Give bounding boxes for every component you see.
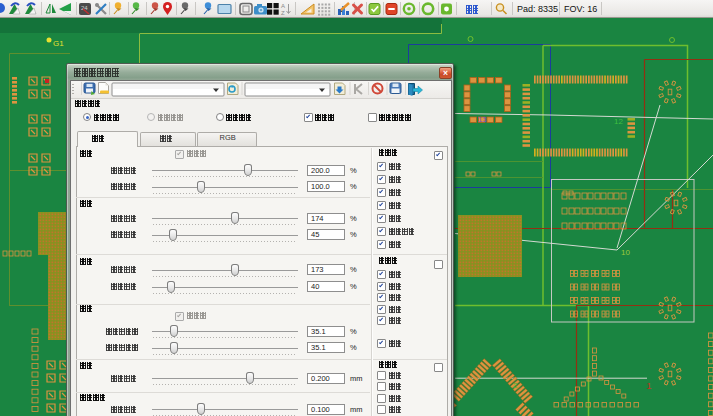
svg-text:10: 10 bbox=[621, 248, 630, 257]
svg-text:A: A bbox=[281, 3, 285, 9]
svg-text:G1: G1 bbox=[53, 39, 64, 48]
svg-text:Z: Z bbox=[281, 10, 285, 16]
svg-text:13: 13 bbox=[478, 115, 487, 124]
svg-text:12: 12 bbox=[614, 117, 623, 126]
svg-text:2: 2 bbox=[513, 381, 518, 390]
svg-text:1: 1 bbox=[647, 381, 652, 391]
